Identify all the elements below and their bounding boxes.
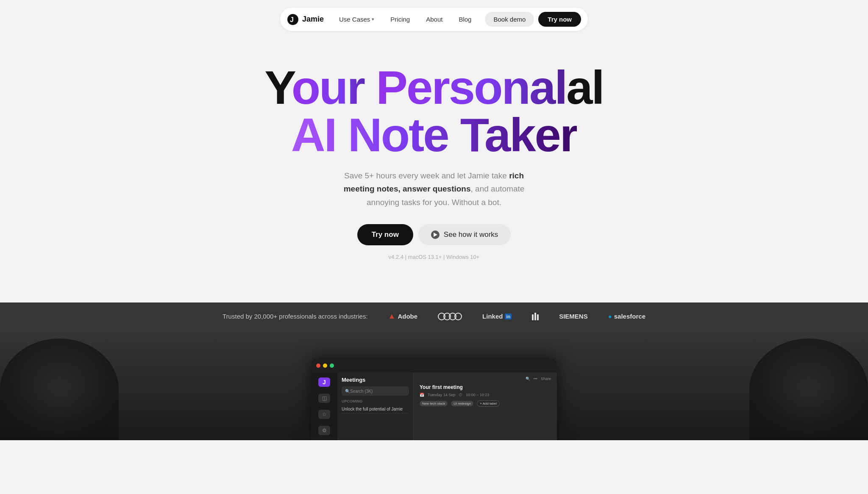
adidas-logo bbox=[532, 313, 539, 320]
use-cases-label: Use Cases bbox=[339, 16, 370, 23]
siemens-text: SIEMENS bbox=[559, 313, 588, 320]
book-demo-button[interactable]: Book demo bbox=[485, 12, 534, 27]
salesforce-text: ● bbox=[608, 313, 612, 320]
sidebar-icon-star: ☆ bbox=[318, 410, 330, 419]
try-now-nav-button[interactable]: Try now bbox=[538, 12, 581, 27]
about-label: About bbox=[426, 16, 442, 23]
audi-logo bbox=[438, 313, 462, 320]
play-icon bbox=[431, 230, 440, 239]
app-sidebar: J ◫ ☆ ⚙ bbox=[311, 372, 337, 440]
stripe3 bbox=[537, 314, 539, 320]
logo-text: Jamie bbox=[302, 15, 324, 24]
add-label[interactable]: + Add label bbox=[477, 400, 500, 407]
detail-date: 📅 bbox=[420, 393, 424, 397]
see-how-button[interactable]: See how it works bbox=[418, 224, 511, 245]
search-toolbar-btn[interactable]: 🔍 bbox=[526, 377, 530, 381]
nav-use-cases[interactable]: Use Cases ▾ bbox=[333, 12, 380, 26]
hero-line2: AI Note Taker bbox=[8, 111, 860, 159]
ring4 bbox=[454, 313, 462, 320]
hero-personal: Personal bbox=[376, 61, 566, 114]
linkedin-logo: Linked in bbox=[482, 313, 512, 320]
meetings-panel: Meetings 🔍 Search (3K) Upcoming Unlock t… bbox=[337, 372, 414, 440]
hero-our: our bbox=[292, 61, 376, 114]
search-placeholder: Search (3K) bbox=[350, 389, 373, 394]
adobe-icon: ▲ bbox=[388, 312, 396, 321]
share-toolbar-btn[interactable]: Share bbox=[541, 377, 551, 381]
adobe-logo: ▲ Adobe bbox=[388, 312, 418, 321]
detail-meta: 📅 Tuesday 14 Sep ⏱ 10:00 – 10:23 bbox=[420, 393, 551, 397]
nav-about[interactable]: About bbox=[420, 12, 448, 26]
nav-blog[interactable]: Blog bbox=[453, 12, 477, 26]
meeting-item-1: Unlock the full potential of Jamie bbox=[342, 405, 409, 414]
navbar: J Jamie Use Cases ▾ Pricing About Blog B… bbox=[0, 0, 868, 39]
salesforce-logo: ● salesforce bbox=[608, 313, 645, 320]
logo-link[interactable]: J Jamie bbox=[287, 14, 324, 25]
more-toolbar-btn[interactable]: ••• bbox=[534, 377, 537, 381]
adidas-stripes bbox=[532, 313, 539, 320]
dot-green bbox=[330, 364, 334, 368]
app-search-bar[interactable]: 🔍 Search (3K) bbox=[342, 386, 409, 396]
hero-section: Your Personalal AI Note Taker Save 5+ ho… bbox=[0, 39, 868, 277]
meetings-title: Meetings bbox=[342, 377, 409, 383]
sidebar-icon-settings: ⚙ bbox=[318, 426, 330, 435]
sidebar-icon-cal: ◫ bbox=[318, 394, 330, 403]
trusted-bar: Trusted by 20,000+ professionals across … bbox=[0, 303, 868, 330]
version-info: v4.2.4 | macOS 13.1+ | Windows 10+ bbox=[8, 254, 860, 260]
logo-icon: J bbox=[287, 14, 299, 25]
see-how-label: See how it works bbox=[444, 230, 498, 239]
sidebar-icon-j: J bbox=[318, 377, 330, 387]
tag2[interactable]: UI redesign bbox=[451, 401, 473, 406]
nav-pricing[interactable]: Pricing bbox=[384, 12, 416, 26]
app-body: J ◫ ☆ ⚙ Meetings 🔍 Search (3K) Upcom bbox=[311, 372, 557, 440]
linkedin-badge: in bbox=[505, 314, 512, 319]
silhouette-right bbox=[749, 339, 868, 440]
blog-label: Blog bbox=[459, 16, 471, 23]
siemens-logo: SIEMENS bbox=[559, 313, 588, 320]
upcoming-label: Upcoming bbox=[342, 399, 409, 403]
dot-yellow bbox=[323, 364, 327, 368]
app-titlebar bbox=[311, 359, 557, 372]
detail-toolbar: 🔍 ••• Share bbox=[420, 377, 551, 381]
hero-l: l bbox=[592, 61, 604, 114]
audi-rings bbox=[438, 313, 462, 320]
linkedin-text: Linked bbox=[482, 313, 503, 320]
detail-date-text: Tuesday 14 Sep bbox=[428, 393, 455, 397]
preview-section: J ◫ ☆ ⚙ Meetings 🔍 Search (3K) Upcom bbox=[0, 330, 868, 440]
use-cases-chevron: ▾ bbox=[372, 17, 374, 22]
salesforce-name: salesforce bbox=[614, 313, 645, 320]
try-now-hero-button[interactable]: Try now bbox=[357, 224, 413, 245]
dot-red bbox=[316, 364, 320, 368]
hero-a: a bbox=[566, 61, 591, 114]
app-preview: J ◫ ☆ ⚙ Meetings 🔍 Search (3K) Upcom bbox=[311, 359, 557, 440]
detail-title: Your first meeting bbox=[420, 384, 551, 390]
hero-y: Y bbox=[264, 61, 291, 114]
hero-heading: Your Personalal AI Note Taker bbox=[8, 64, 860, 159]
detail-tags: New tech stack UI redesign + Add label bbox=[420, 400, 551, 407]
hero-ai-note-taker: AI Note Taker bbox=[291, 108, 577, 161]
tag1[interactable]: New tech stack bbox=[420, 401, 448, 406]
silhouette-left bbox=[0, 339, 119, 440]
hero-sub-plain1: Save 5+ hours every week and let Jamie t… bbox=[344, 171, 509, 180]
hero-buttons: Try now See how it works bbox=[8, 224, 860, 245]
stripe1 bbox=[532, 314, 534, 320]
hero-line1: Your Personalal bbox=[8, 64, 860, 111]
nav-inner: J Jamie Use Cases ▾ Pricing About Blog B… bbox=[280, 8, 588, 31]
detail-time-text: 10:00 – 10:23 bbox=[466, 393, 489, 397]
svg-text:J: J bbox=[290, 16, 294, 23]
adobe-text: Adobe bbox=[398, 313, 417, 320]
detail-time: ⏱ bbox=[459, 393, 462, 397]
hero-subtext: Save 5+ hours every week and let Jamie t… bbox=[332, 169, 536, 209]
search-bar-text: 🔍 bbox=[345, 389, 350, 394]
unlock-text: Unlock the full potential of Jamie bbox=[342, 407, 403, 411]
trusted-text: Trusted by 20,000+ professionals across … bbox=[223, 313, 368, 320]
detail-panel: 🔍 ••• Share Your first meeting 📅 Tuesday… bbox=[414, 372, 557, 440]
pricing-label: Pricing bbox=[390, 16, 410, 23]
stripe2 bbox=[534, 313, 536, 320]
